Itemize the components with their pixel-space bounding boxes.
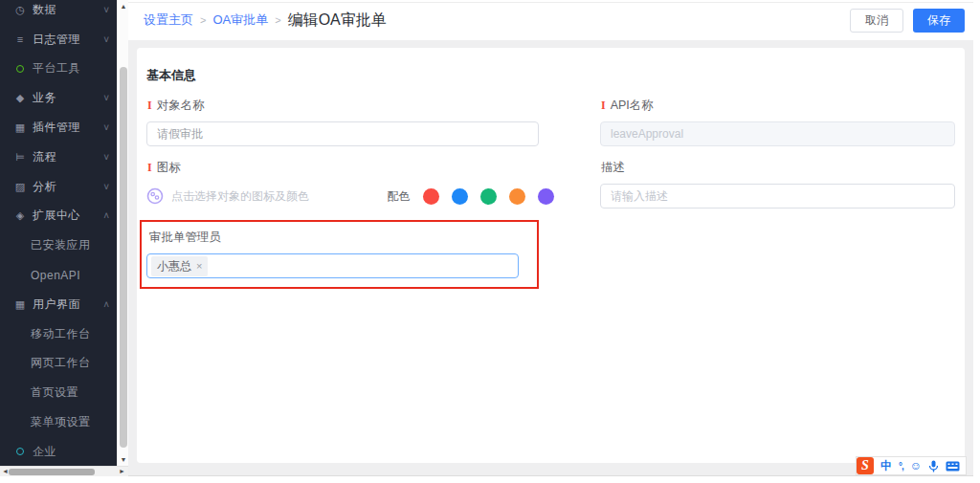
- sidebar-vertical-scrollbar[interactable]: ▲ ▼: [117, 0, 128, 466]
- palette-dot[interactable]: [452, 188, 468, 205]
- chevron-up-icon: ˄: [103, 210, 109, 221]
- api-name-label: API名称: [611, 98, 654, 114]
- sidebar-item-mobile-workbench[interactable]: 移动工作台: [0, 319, 117, 349]
- sidebar-item-plugin-management[interactable]: ▦ 插件管理 ˅: [0, 113, 117, 143]
- ime-punctuation-icon[interactable]: °,: [899, 461, 903, 472]
- color-palette: 配色: [387, 188, 554, 205]
- flow-icon: ⊨: [13, 151, 27, 164]
- chevron-down-icon: ˅: [103, 5, 109, 15]
- cancel-button[interactable]: 取消: [850, 9, 903, 33]
- vertical-scroll-thumb[interactable]: [120, 67, 127, 448]
- main-area: 设置主页 > OA审批单 > 编辑OA审批单 取消 保存 基本信息 I: [128, 0, 980, 476]
- red-annotation-box: 审批单管理员 小惠总 ×: [140, 220, 539, 289]
- sidebar-horizontal-scrollbar[interactable]: ◄ ►: [0, 466, 128, 476]
- sidebar-item-platform-tools[interactable]: 平台工具: [0, 55, 117, 84]
- icon-label: 图标: [157, 160, 181, 176]
- palette-dot[interactable]: [509, 188, 525, 205]
- enterprise-dot-icon: [16, 448, 24, 455]
- briefcase-icon: ◆: [13, 92, 27, 104]
- api-name-input: [600, 121, 955, 146]
- chevron-down-icon: ˅: [103, 122, 109, 133]
- palette-dot[interactable]: [480, 188, 497, 205]
- admin-tag-input[interactable]: 小惠总 ×: [146, 253, 519, 278]
- palette-dot[interactable]: [538, 188, 554, 205]
- ime-microphone-icon[interactable]: [928, 460, 939, 472]
- breadcrumb-separator: >: [275, 14, 280, 26]
- list-icon: ≡: [13, 33, 27, 45]
- platform-tools-dot-icon: [16, 65, 24, 73]
- chevron-down-icon: ˅: [103, 93, 109, 103]
- save-button[interactable]: 保存: [913, 9, 965, 33]
- admin-tag-text: 小惠总: [157, 258, 191, 274]
- required-mark: I: [147, 99, 152, 113]
- sidebar-item-business[interactable]: ◆ 业务 ˅: [0, 83, 117, 113]
- sidebar: ◷ 数据 ˅ ≡ 日志管理 ˅ 平台工具 ◆ 业务 ˅ ▦ 插件管理 ˅ ⊨ 流…: [0, 0, 117, 466]
- required-mark: I: [147, 161, 152, 175]
- sidebar-item-web-workbench[interactable]: 网页工作台: [0, 349, 117, 379]
- breadcrumb: 设置主页 > OA审批单 > 编辑OA审批单: [144, 11, 387, 31]
- field-description: 描述: [600, 146, 955, 209]
- field-icon: I 图标 点击选择对象的图标及颜色: [146, 146, 539, 209]
- bottom-strip: [0, 476, 980, 483]
- admin-tag: 小惠总 ×: [151, 256, 208, 276]
- palette-label: 配色: [387, 188, 410, 205]
- ime-toolbar: S 中 °, ☺: [856, 456, 967, 475]
- admin-label: 审批单管理员: [149, 230, 221, 246]
- sidebar-item-log-management[interactable]: ≡ 日志管理 ˅: [0, 25, 117, 55]
- sidebar-item-installed-apps[interactable]: 已安装应用: [0, 231, 117, 260]
- form-grid: I 对象名称 I API名称: [137, 84, 965, 289]
- sidebar-item-enterprise[interactable]: 企业: [0, 437, 117, 466]
- scroll-left-icon[interactable]: ◄: [2, 468, 9, 474]
- content-background: 基本信息 I 对象名称 I API名称: [128, 40, 980, 476]
- header-actions: 取消 保存: [850, 9, 965, 33]
- app-window: ◷ 数据 ˅ ≡ 日志管理 ˅ 平台工具 ◆ 业务 ˅ ▦ 插件管理 ˅ ⊨ 流…: [0, 0, 980, 483]
- sidebar-item-homepage-settings[interactable]: 首页设置: [0, 378, 117, 407]
- field-api-name: I API名称: [600, 84, 955, 146]
- ime-keyboard-icon[interactable]: [946, 461, 960, 472]
- ime-emoji-icon[interactable]: ☺: [910, 459, 922, 472]
- chevron-down-icon: ˅: [103, 34, 109, 45]
- ui-grid-icon: ▦: [13, 298, 27, 311]
- icon-picker[interactable]: 点击选择对象的图标及颜色: [146, 187, 309, 205]
- horizontal-scroll-thumb[interactable]: [9, 469, 95, 475]
- form-card: 基本信息 I 对象名称 I API名称: [137, 48, 965, 463]
- sogou-logo-icon[interactable]: S: [857, 457, 874, 474]
- chart-icon: ▨: [13, 181, 27, 193]
- clock-icon: ◷: [13, 4, 27, 16]
- section-title-basic-info: 基本信息: [137, 67, 965, 84]
- page-title: 编辑OA审批单: [288, 11, 387, 31]
- breadcrumb-oa-approval[interactable]: OA审批单: [212, 11, 268, 29]
- palette-globe-icon: [146, 187, 164, 205]
- sidebar-item-menu-settings[interactable]: 菜单项设置: [0, 407, 117, 437]
- field-object-name: I 对象名称: [146, 84, 539, 146]
- breadcrumb-separator: >: [200, 14, 206, 26]
- page-header: 设置主页 > OA审批单 > 编辑OA审批单 取消 保存: [128, 0, 980, 40]
- header-top-border: [128, 2, 980, 3]
- required-mark: I: [601, 99, 606, 113]
- description-label: 描述: [601, 160, 625, 176]
- sidebar-item-extension-center[interactable]: ◈ 扩展中心 ˄: [0, 202, 117, 231]
- tag-close-icon[interactable]: ×: [196, 260, 202, 272]
- scroll-right-icon[interactable]: ►: [119, 468, 125, 474]
- object-name-input[interactable]: [146, 121, 539, 146]
- chevron-down-icon: ˅: [103, 152, 109, 163]
- sidebar-item-user-interface[interactable]: ▦ 用户界面 ˄: [0, 290, 117, 319]
- field-admin-wrapper: 审批单管理员 小惠总 ×: [146, 209, 539, 289]
- description-input[interactable]: [600, 184, 955, 209]
- sidebar-item-data[interactable]: ◷ 数据 ˅: [0, 0, 117, 25]
- sidebar-item-analysis[interactable]: ▨ 分析 ˅: [0, 172, 117, 202]
- breadcrumb-settings-home[interactable]: 设置主页: [144, 11, 193, 29]
- sidebar-item-openapi[interactable]: OpenAPI: [0, 260, 117, 290]
- grid-icon: ▦: [13, 121, 27, 134]
- extension-icon: ◈: [13, 209, 27, 222]
- chevron-up-icon: ˄: [103, 299, 109, 310]
- icon-picker-hint: 点击选择对象的图标及颜色: [171, 188, 309, 205]
- right-edge-strip: [973, 0, 980, 483]
- object-name-label: 对象名称: [157, 98, 205, 114]
- ime-chinese-mode-icon[interactable]: 中: [880, 458, 892, 474]
- chevron-down-icon: ˅: [103, 182, 109, 192]
- sidebar-item-workflow[interactable]: ⊨ 流程 ˅: [0, 143, 117, 172]
- palette-dot[interactable]: [423, 188, 439, 205]
